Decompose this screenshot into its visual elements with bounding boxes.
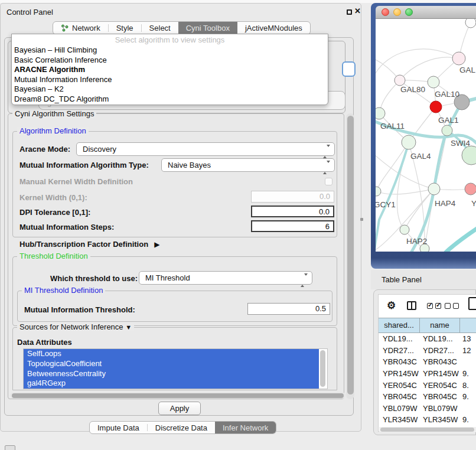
table-header-row: shared... name [379,318,476,333]
node-swi4[interactable] [442,125,452,136]
node-label: HAP4 [435,199,456,208]
menu-item-aracne[interactable]: ARACNE Algorithm [12,65,328,75]
focused-combobox-fragment[interactable] [342,61,356,77]
table-row[interactable]: YDR27...YDR27...12 [379,345,476,357]
table-row[interactable]: YDL19...YDL19...13 [379,333,476,345]
column-header-name[interactable]: name [420,318,460,332]
node-hap2[interactable] [400,225,409,234]
deselect-all-columns-icon[interactable] [445,303,459,309]
settings-vertical-scrollbar[interactable] [346,113,354,399]
mac-zoom-button[interactable] [405,8,413,16]
tab-network[interactable]: Network [53,22,108,34]
tab-infer-network[interactable]: Infer Network [215,422,276,433]
hub-transcription-factor-section[interactable]: Hub/Transcription Factor Definition▶ [19,240,159,249]
mi-steps-label: Mutual Information Steps: [19,223,114,231]
list-item-selfloops[interactable]: SelfLoops [24,349,319,359]
tab-discretize-data[interactable]: Discretize Data [148,422,215,433]
mutual-information-threshold-field[interactable]: 0.5 [247,303,330,315]
column-header-shared-name[interactable]: shared... [379,318,420,332]
which-threshold-label: Which threshold to use: [50,274,138,283]
data-attributes-list[interactable]: SelfLoops TopologicalCoefficient Between… [23,348,328,389]
table-row[interactable]: YBL079WYBL079W [379,403,476,415]
table-row[interactable]: YBR043CYBR043C [379,356,476,368]
file-icon[interactable] [468,297,476,310]
dpi-tolerance-field[interactable]: 0.0 [251,206,334,217]
node-table: ⚙ shared... name YDL19...YDL19...13 YDR2… [378,294,476,432]
table-horizontal-scrollbar[interactable] [379,427,476,432]
table-row[interactable]: YER054CYER054C8. [379,379,476,391]
mac-minimize-button[interactable] [393,8,401,16]
column-header-partial[interactable] [460,318,476,332]
control-panel-title: Control Panel [6,8,53,17]
close-icon[interactable]: ✕ [354,6,361,15]
table-row[interactable]: YPR145WYPR145W9. [379,368,476,380]
node-unlabeled[interactable] [465,19,476,28]
scrollbar-thumb[interactable] [347,116,354,394]
node-salmon[interactable] [465,183,476,195]
panel-splitter-handle[interactable] [360,218,363,221]
combobox-stepper-icon [301,274,308,286]
mi-algorithm-type-combobox[interactable]: Naive Bayes [161,158,335,172]
node-label: GAL10 [435,90,459,99]
menu-item-dream8[interactable]: Dream8 DC_TDC Algorithm [12,94,328,105]
settings-group-title: Cyni Algorithm Settings [12,110,96,118]
tab-impute-data[interactable]: Impute Data [90,422,147,433]
gear-icon[interactable]: ⚙ [387,299,396,312]
node-label: GAL4 [410,152,431,161]
manual-kernel-width-checkbox[interactable] [325,178,332,185]
tab-network-label: Network [72,24,100,32]
cyni-bottom-tabbar: Impute Data Discretize Data Infer Networ… [89,421,276,434]
network-graph: GAL GAL80 GAL10 GAL1 GAL11 SWI4 GAL4 GCY… [376,19,476,252]
list-item-topologicalcoefficient[interactable]: TopologicalCoefficient [24,359,319,369]
float-window-icon[interactable] [347,9,352,15]
network-window-titlebar[interactable] [376,6,476,19]
tab-select[interactable]: Select [142,22,178,34]
node-gal[interactable] [452,52,465,65]
node-label: GAL [459,66,476,74]
columns-icon[interactable] [407,301,416,310]
table-row[interactable]: YLR345WYLR345W9. [379,414,476,426]
list-vertical-scrollbar[interactable] [319,350,326,388]
tab-style[interactable]: Style [109,22,141,34]
mac-close-button[interactable] [382,8,389,16]
select-all-columns-icon[interactable] [427,303,441,309]
node-hap4[interactable] [428,183,440,195]
node-label: HAP2 [406,237,427,246]
table-row[interactable]: YIL052CYIL052C9. [379,426,476,426]
node-gal80[interactable] [395,75,405,86]
node-large-green[interactable] [462,146,476,165]
menu-item-bayesian-hill-climbing[interactable]: Bayesian – Hill Climbing [12,45,328,56]
tab-jactivemnodules[interactable]: jActiveMNodules [237,22,310,34]
table-row[interactable]: YBR045CYBR045C9. [379,391,476,403]
tab-cyni-toolbox[interactable]: Cyni Toolbox [178,22,237,34]
list-item-betweennesscentrality[interactable]: BetweennessCentrality [24,369,319,379]
table-body[interactable]: YDL19...YDL19...13 YDR27...YDR27...12 YB… [379,333,476,426]
node-gal11[interactable] [376,107,385,119]
scrollbar-thumb[interactable] [320,350,325,387]
collapsed-panel-button[interactable] [5,445,15,450]
node-gal4[interactable] [402,135,416,149]
menu-item-basic-correlation[interactable]: Basic Correlation Inference [12,56,328,66]
list-item-gal4rgexp[interactable]: gal4RGexp [24,379,319,389]
aracne-mode-label: Aracne Mode: [19,145,70,154]
combobox-stepper-icon [323,161,330,174]
node-label: GAL11 [380,122,405,131]
mi-steps-field[interactable]: 6 [251,220,334,232]
node-gcy1[interactable] [376,187,381,196]
sources-group-title[interactable]: Sources for Network Inference ▼ [17,323,134,331]
node-gal10[interactable] [428,76,439,88]
expand-down-icon[interactable]: ▼ [125,324,132,331]
menu-item-bayesian-k2[interactable]: Bayesian – K2 [12,84,328,94]
menu-item-mutual-information[interactable]: Mutual Information Inference [12,75,328,85]
node-gal1-red[interactable] [430,101,442,113]
scrollbar-thumb[interactable] [12,393,344,398]
which-threshold-combobox[interactable]: MI Threshold [139,271,312,285]
apply-button[interactable]: Apply [158,402,201,415]
settings-horizontal-scrollbar[interactable] [10,392,345,399]
aracne-mode-combobox[interactable]: Discovery [76,142,335,156]
scrollbar-thumb[interactable] [380,428,474,432]
collapse-right-icon[interactable]: ▶ [154,240,159,249]
kernel-width-field[interactable]: 0.0 [251,191,334,203]
network-canvas[interactable]: GAL GAL80 GAL10 GAL1 GAL11 SWI4 GAL4 GCY… [376,19,476,252]
node-label: SWI4 [451,139,470,148]
